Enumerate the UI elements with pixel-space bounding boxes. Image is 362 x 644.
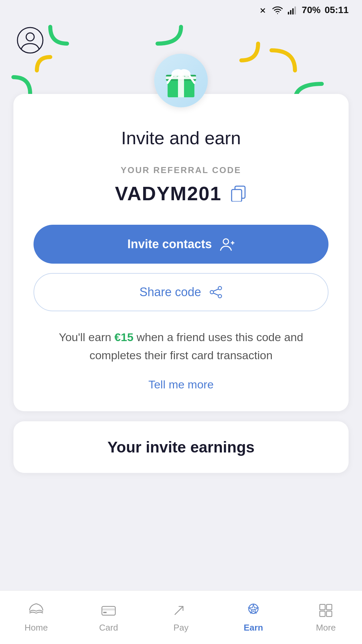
tell-me-more-link[interactable]: Tell me more <box>34 378 328 391</box>
gift-icon <box>154 54 208 107</box>
status-bar: 70% 05:11 <box>0 0 362 20</box>
nav-label-card: Card <box>99 623 118 633</box>
svg-point-4 <box>17 28 43 53</box>
pay-icon <box>172 602 190 619</box>
svg-point-5 <box>26 33 34 41</box>
invite-contacts-label: Invite contacts <box>127 237 212 251</box>
svg-point-15 <box>223 239 229 244</box>
nav-item-more[interactable]: More <box>290 602 362 633</box>
svg-line-24 <box>175 606 183 614</box>
nav-item-earn[interactable]: Earn <box>217 602 290 633</box>
share-code-label: Share code <box>139 285 201 299</box>
signal-icon <box>287 5 298 15</box>
confetti-1 <box>47 23 74 50</box>
invite-earnings-card: Your invite earnings <box>13 421 349 473</box>
svg-rect-2 <box>292 8 294 15</box>
nav-item-home[interactable]: Home <box>0 602 72 633</box>
user-avatar[interactable] <box>17 27 44 54</box>
share-code-button[interactable]: Share code <box>34 273 328 311</box>
nav-label-more: More <box>316 623 336 633</box>
status-icons: 70% 05:11 <box>257 5 349 15</box>
confetti-2 <box>34 54 54 74</box>
svg-rect-26 <box>320 604 325 610</box>
wifi-icon <box>272 5 283 15</box>
confetti-5 <box>238 40 261 64</box>
svg-rect-21 <box>102 606 115 615</box>
svg-rect-0 <box>288 12 289 14</box>
svg-rect-23 <box>103 612 107 613</box>
add-person-icon <box>220 237 235 252</box>
share-icon <box>209 285 223 299</box>
svg-rect-27 <box>326 604 332 610</box>
card-icon <box>100 602 117 619</box>
svg-rect-1 <box>290 10 292 14</box>
earn-icon <box>245 602 262 619</box>
nav-label-earn: Earn <box>244 623 263 633</box>
svg-rect-3 <box>295 6 296 14</box>
svg-rect-29 <box>326 611 332 616</box>
svg-point-16 <box>218 286 222 290</box>
time-text: 05:11 <box>324 5 349 15</box>
earn-text-1: You'll earn <box>59 331 114 343</box>
copy-button[interactable] <box>230 184 247 203</box>
confetti-4 <box>154 23 184 50</box>
copy-icon <box>230 184 247 202</box>
nav-label-home: Home <box>24 623 48 633</box>
invite-earnings-title: Your invite earnings <box>34 438 328 456</box>
svg-line-20 <box>214 293 218 295</box>
bottom-nav: Home Card Pay Earn M <box>0 590 362 644</box>
invite-contacts-button[interactable]: Invite contacts <box>34 225 328 264</box>
nav-item-pay[interactable]: Pay <box>145 602 217 633</box>
more-icon <box>317 602 335 619</box>
svg-point-12 <box>178 71 184 76</box>
battery-text: 70% <box>302 5 320 15</box>
svg-rect-22 <box>102 608 115 610</box>
referral-code-row: VADYM201 <box>34 182 328 205</box>
svg-line-19 <box>214 289 218 291</box>
referral-code: VADYM201 <box>115 182 222 205</box>
confetti-6 <box>268 47 302 74</box>
referral-label: YOUR REFERRAL CODE <box>34 165 328 175</box>
earn-amount: €15 <box>114 331 133 343</box>
invite-title: Invite and earn <box>34 127 328 148</box>
mute-icon <box>257 5 268 15</box>
svg-point-18 <box>218 294 222 298</box>
main-card: Invite and earn YOUR REFERRAL CODE VADYM… <box>13 94 349 411</box>
home-icon <box>27 602 45 619</box>
svg-point-17 <box>210 290 214 294</box>
nav-label-pay: Pay <box>174 623 189 633</box>
svg-rect-14 <box>232 190 242 202</box>
nav-item-card[interactable]: Card <box>72 602 145 633</box>
svg-rect-28 <box>320 611 325 616</box>
earn-description: You'll earn €15 when a friend uses this … <box>34 328 328 365</box>
